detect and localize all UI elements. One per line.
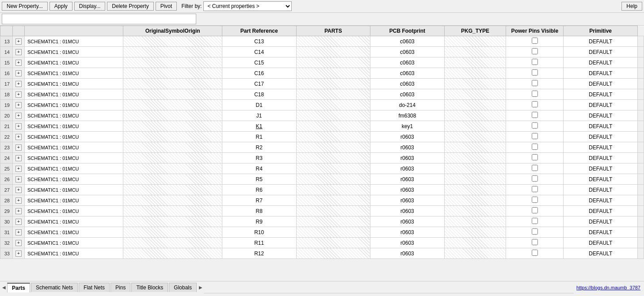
- col-header-power-pins-visible[interactable]: Power Pins Visible: [506, 26, 564, 36]
- power-pins-checkbox[interactable]: [532, 38, 538, 44]
- expand-button[interactable]: +: [15, 123, 22, 129]
- power-pins-checkbox[interactable]: [532, 175, 538, 182]
- cell-power-pins-visible: [506, 195, 564, 206]
- cell-part-reference[interactable]: C13: [222, 36, 296, 47]
- col-header-pcb-footprint[interactable]: PCB Footprint: [370, 26, 445, 36]
- cell-pcb-footprint: r0603: [370, 153, 445, 163]
- cell-primitive: DEFAULT: [564, 185, 638, 195]
- expand-button[interactable]: +: [15, 134, 22, 140]
- power-pins-checkbox[interactable]: [532, 250, 538, 256]
- filter-select[interactable]: < Current properties >: [203, 1, 292, 11]
- cell-part-reference[interactable]: C15: [222, 57, 296, 68]
- expand-button[interactable]: +: [15, 60, 22, 66]
- cell-part-reference[interactable]: C14: [222, 47, 296, 57]
- tab-scroll-left-icon[interactable]: ◀: [1, 284, 7, 291]
- tab-globals[interactable]: Globals: [169, 283, 197, 292]
- cell-part-reference[interactable]: R10: [222, 227, 296, 238]
- expand-button[interactable]: +: [15, 144, 22, 151]
- col-header-pkg-type[interactable]: PKG_TYPE: [444, 26, 506, 36]
- expand-button[interactable]: +: [15, 91, 22, 98]
- power-pins-checkbox[interactable]: [532, 144, 538, 150]
- power-pins-checkbox[interactable]: [532, 197, 538, 203]
- power-pins-checkbox[interactable]: [532, 186, 538, 192]
- apply-button[interactable]: Apply: [50, 2, 72, 11]
- help-button[interactable]: Help: [621, 2, 642, 11]
- cell-parts: [296, 195, 370, 206]
- table-row: 32+SCHEMATIC1 : 01MCUR11r0603DEFAULT: [0, 238, 644, 248]
- cell-pkg-type: [444, 47, 506, 57]
- cell-part-reference[interactable]: R1: [222, 132, 296, 142]
- col-header-part-reference[interactable]: Part Reference: [222, 26, 296, 36]
- expand-button[interactable]: +: [15, 208, 22, 214]
- row-number: 21: [0, 121, 13, 132]
- cell-reference: SCHEMATIC1 : 01MCU: [25, 163, 123, 174]
- status-url[interactable]: https://blogs.dn.maumb_3787: [576, 285, 640, 290]
- cell-part-reference[interactable]: R7: [222, 195, 296, 206]
- power-pins-checkbox[interactable]: [532, 112, 538, 118]
- power-pins-checkbox[interactable]: [532, 80, 538, 86]
- col-header-parts[interactable]: PARTS: [296, 26, 370, 36]
- power-pins-checkbox[interactable]: [532, 228, 538, 235]
- cell-part-reference[interactable]: R8: [222, 206, 296, 216]
- expand-button[interactable]: +: [15, 197, 22, 204]
- cell-part-reference[interactable]: R2: [222, 142, 296, 153]
- col-header-original-symbol-origin[interactable]: OriginalSymbolOrigin: [123, 26, 222, 36]
- cell-pcb-footprint: r0603: [370, 142, 445, 153]
- expand-button[interactable]: +: [15, 113, 22, 119]
- expand-button[interactable]: +: [15, 229, 22, 235]
- expand-button[interactable]: +: [15, 187, 22, 193]
- power-pins-checkbox[interactable]: [532, 154, 538, 160]
- search-input[interactable]: [2, 14, 196, 24]
- tab-title-blocks[interactable]: Title Blocks: [131, 283, 168, 292]
- power-pins-checkbox[interactable]: [532, 207, 538, 213]
- tab-parts[interactable]: Parts: [7, 283, 30, 292]
- power-pins-checkbox[interactable]: [532, 165, 538, 171]
- pivot-button[interactable]: Pivot: [156, 2, 177, 11]
- expand-button[interactable]: +: [15, 49, 22, 55]
- power-pins-checkbox[interactable]: [532, 239, 538, 245]
- tab-schematic-nets[interactable]: Schematic Nets: [31, 283, 78, 292]
- cell-part-reference[interactable]: R11: [222, 238, 296, 248]
- cell-primitive: DEFAULT: [564, 57, 638, 68]
- cell-power-pins-visible: [506, 100, 564, 110]
- tab-flat-nets[interactable]: Flat Nets: [79, 283, 110, 292]
- expand-button[interactable]: +: [15, 70, 22, 76]
- expand-button[interactable]: +: [15, 102, 22, 108]
- cell-part-reference[interactable]: R9: [222, 216, 296, 227]
- col-header-primitive[interactable]: Primitive: [564, 26, 638, 36]
- cell-part-reference[interactable]: R3: [222, 153, 296, 163]
- power-pins-checkbox[interactable]: [532, 91, 538, 97]
- cell-part-reference[interactable]: R4: [222, 163, 296, 174]
- expand-button[interactable]: +: [15, 240, 22, 246]
- expand-button[interactable]: +: [15, 166, 22, 172]
- cell-part-reference[interactable]: R6: [222, 185, 296, 195]
- display-button[interactable]: Display...: [74, 2, 105, 11]
- delete-property-button[interactable]: Delete Property: [107, 2, 153, 11]
- expand-button[interactable]: +: [15, 219, 22, 225]
- tab-pins[interactable]: Pins: [111, 283, 130, 292]
- expand-button[interactable]: +: [15, 81, 22, 87]
- expand-button[interactable]: +: [15, 38, 22, 45]
- power-pins-checkbox[interactable]: [532, 122, 538, 129]
- cell-part-reference[interactable]: C18: [222, 89, 296, 100]
- table-row: 23+SCHEMATIC1 : 01MCUR2r0603DEFAULT: [0, 142, 644, 153]
- cell-part-reference[interactable]: K1: [222, 121, 296, 132]
- power-pins-checkbox[interactable]: [532, 133, 538, 139]
- power-pins-checkbox[interactable]: [532, 69, 538, 76]
- cell-part-reference[interactable]: R5: [222, 174, 296, 185]
- cell-part-reference[interactable]: C17: [222, 79, 296, 89]
- cell-part-reference[interactable]: C16: [222, 68, 296, 79]
- new-property-button[interactable]: New Property...: [2, 2, 48, 11]
- cell-part-reference[interactable]: D1: [222, 100, 296, 110]
- expand-button[interactable]: +: [15, 176, 22, 182]
- cell-part-reference[interactable]: J1: [222, 110, 296, 121]
- expand-button[interactable]: +: [15, 155, 22, 161]
- row-expand-cell: +: [13, 195, 25, 206]
- power-pins-checkbox[interactable]: [532, 48, 538, 54]
- power-pins-checkbox[interactable]: [532, 218, 538, 224]
- power-pins-checkbox[interactable]: [532, 59, 538, 65]
- tab-scroll-right-icon[interactable]: ▶: [198, 284, 204, 291]
- expand-button[interactable]: +: [15, 250, 22, 257]
- cell-part-reference[interactable]: R12: [222, 248, 296, 259]
- power-pins-checkbox[interactable]: [532, 101, 538, 107]
